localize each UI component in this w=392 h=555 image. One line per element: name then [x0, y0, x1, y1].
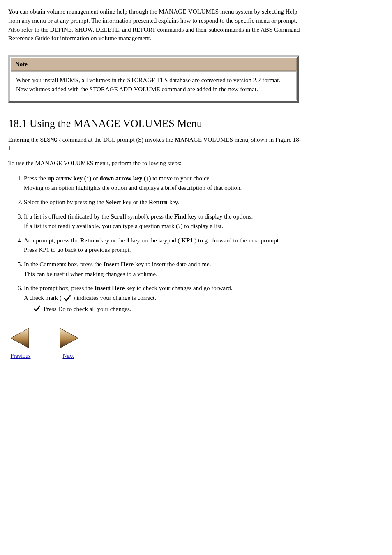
- intro-paragraph: You can obtain volume management online …: [8, 7, 304, 43]
- check-icon: [63, 294, 71, 302]
- step-3-title-b: Scroll: [111, 213, 126, 220]
- svg-marker-1: [60, 328, 78, 348]
- step-1-title-c: or: [93, 175, 99, 182]
- step-1-title-b: up arrow key (↑): [48, 175, 92, 182]
- step-6-desc-a: A check mark (: [24, 295, 62, 301]
- intro-line1: You can obtain volume management online …: [8, 8, 159, 15]
- section-heading: 18.1 Using the MANAGE VOLUMES Menu: [8, 117, 384, 130]
- step-4-title-f: KP1: [181, 237, 193, 244]
- step-4-title-d: 1: [127, 237, 130, 244]
- step-6-title-c: key to check your changes and go forward…: [126, 285, 232, 291]
- step-3-title-e: key to display the options.: [188, 213, 253, 220]
- next-link[interactable]: Next: [62, 353, 74, 359]
- section-intro-cmd: SLSMGR: [40, 137, 60, 143]
- step-4-title-e: key on the keypad (: [131, 237, 180, 244]
- step-5-title-c: key to insert the date and time.: [135, 261, 211, 267]
- step-2-title-b: Select: [106, 199, 121, 205]
- steps-list: Press the up arrow key (↑) or down arrow…: [8, 174, 320, 313]
- nav-prev-cell: Previous: [8, 326, 33, 359]
- step-4-title-c: key or the: [100, 237, 127, 244]
- step-1-title-e: to move to your choice.: [152, 175, 211, 182]
- step-4-desc: Press KP1 to go back to a previous promp…: [24, 246, 320, 255]
- section-intro-text: Entering the: [8, 136, 40, 143]
- step-2-title-e: key.: [169, 199, 179, 205]
- step-1-title-d: down arrow key (↓): [99, 175, 151, 182]
- step-4-title-g: ) to go forward to the next prompt.: [194, 237, 280, 244]
- note-box: Note When you install MDMS, all volumes …: [8, 55, 299, 103]
- prev-link[interactable]: Previous: [11, 353, 31, 359]
- prev-arrow-icon[interactable]: [8, 326, 33, 350]
- step-2-title-c: key or the: [122, 199, 149, 205]
- note-body: When you install MDMS, all volumes in th…: [11, 72, 296, 100]
- step-5: In the Comments box, press the Insert He…: [24, 260, 320, 279]
- step-5-title-a: In the Comments box, press the: [24, 261, 104, 267]
- step-6-substep-text: Press Do to check all your changes.: [44, 304, 131, 314]
- step-3-title-c: symbol), press the: [127, 213, 174, 220]
- step-5-desc: This can be useful when making changes t…: [24, 270, 320, 279]
- step-6-desc-b: ) indicates your change is correct.: [73, 295, 156, 301]
- step-6-title-b: Insert Here: [95, 285, 125, 291]
- note-body-wrap: When you install MDMS, all volumes in th…: [11, 71, 297, 100]
- step-6-title-a: In the prompt box, press the: [24, 285, 95, 291]
- page: You can obtain volume management online …: [0, 0, 392, 555]
- step-1-desc: Moving to an option highlights the optio…: [24, 184, 320, 193]
- step-2: Select the option by pressing the Select…: [24, 198, 320, 207]
- note-body-text: When you install MDMS, all volumes in th…: [16, 77, 280, 92]
- step-2-title-a: Select the option by pressing the: [24, 199, 106, 205]
- note-header: Note: [11, 58, 297, 71]
- step-6: In the prompt box, press the Insert Here…: [24, 283, 320, 313]
- step-1: Press the up arrow key (↑) or down arrow…: [24, 174, 320, 193]
- step-3-title-d: Find: [174, 213, 187, 220]
- section-intro: Entering the SLSMGR command at the DCL p…: [8, 136, 304, 154]
- step-3: If a list is offered (indicated by the S…: [24, 212, 320, 231]
- step-5-title-b: Insert Here: [104, 261, 134, 267]
- step-6-substep: Press Do to check all your changes.: [24, 304, 320, 314]
- step-4-title-a: At a prompt, press the: [24, 237, 80, 244]
- step-1-title-a: Press the: [24, 175, 48, 182]
- step-6-desc: A check mark ( ) indicates your change i…: [24, 294, 320, 303]
- steps-lead: To use the MANAGE VOLUMES menu, perform …: [8, 159, 304, 168]
- nav-next-cell: Next: [56, 326, 81, 359]
- intro-caps: MANAGE VOLUMES: [159, 8, 219, 15]
- step-2-title-d: Return: [149, 199, 168, 205]
- step-3-title-a: If a list is offered (indicated by the: [24, 213, 111, 220]
- step-4-title-b: Return: [80, 237, 99, 244]
- next-arrow-icon[interactable]: [56, 326, 81, 350]
- svg-marker-0: [11, 328, 29, 348]
- note-label: Note: [15, 61, 28, 67]
- step-3-desc: If a list is not readily available, you …: [24, 222, 320, 231]
- check-icon: [33, 304, 41, 313]
- nav-row: Previous Next: [8, 326, 384, 359]
- step-4: At a prompt, press the Return key or the…: [24, 236, 320, 255]
